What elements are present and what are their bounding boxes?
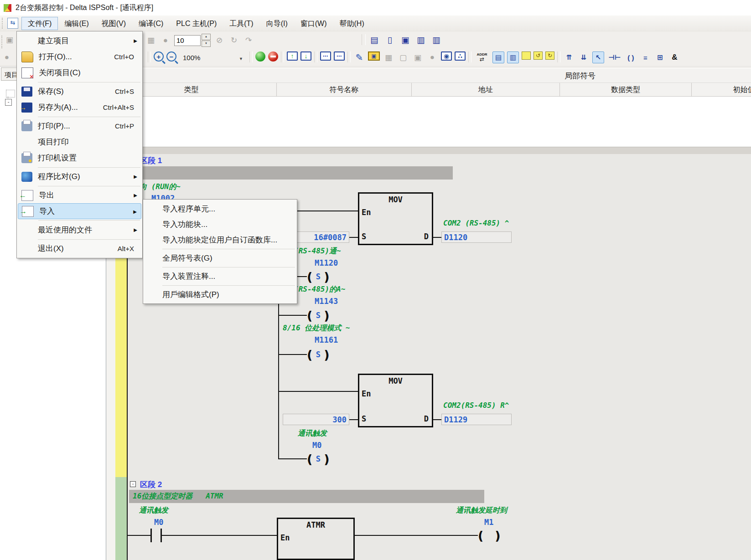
simulator-pen-icon[interactable]: ✎ xyxy=(353,51,365,63)
select-tool-icon[interactable]: ↖ xyxy=(592,51,604,63)
section2-label[interactable]: 区段 2 xyxy=(140,479,162,490)
device-histogram-filter-icon[interactable]: ▥ xyxy=(430,34,442,46)
set-coil[interactable]: S xyxy=(307,308,330,322)
position-indicator-icon[interactable]: ▯ xyxy=(384,34,396,46)
project-tree-node[interactable] xyxy=(6,90,15,98)
menu-tools[interactable]: 工具(T) xyxy=(223,17,259,30)
symbol-table-body[interactable] xyxy=(106,97,751,147)
menu-view[interactable]: 视图(V) xyxy=(95,17,132,30)
set-coil[interactable]: S xyxy=(307,270,330,283)
coil-device-label[interactable]: M0 xyxy=(312,441,321,450)
spinner-up-icon[interactable] xyxy=(202,34,211,40)
menu-item-save[interactable]: 保存(S) Ctrl+S xyxy=(18,83,141,99)
coil-device-label[interactable]: M1143 xyxy=(315,297,338,306)
zoom-out-icon[interactable]: − xyxy=(166,51,176,62)
menu-item-project-print[interactable]: 项目打印 xyxy=(18,134,141,150)
section2-collapse-icon[interactable] xyxy=(130,481,136,487)
set-coil[interactable]: S xyxy=(307,348,330,361)
submenu-item-import-program-unit[interactable]: 导入程序单元... xyxy=(143,201,297,216)
address-mode-icon[interactable]: ADDR⇄ xyxy=(474,51,490,63)
output-coil[interactable] xyxy=(478,529,501,542)
grid-view-icon[interactable]: ▦ xyxy=(383,51,394,63)
submenu-item-import-function-block[interactable]: 导入功能块... xyxy=(143,216,297,232)
comment-display-icon[interactable]: ▥ xyxy=(507,51,519,63)
tree-collapse-icon[interactable] xyxy=(5,99,12,106)
device-histogram-icon[interactable]: ▥ xyxy=(415,34,427,46)
menu-item-print[interactable]: 打印(P)... Ctrl+P xyxy=(18,118,141,134)
child-window-icon[interactable] xyxy=(7,18,18,29)
menu-item-export[interactable]: 导出 xyxy=(18,187,141,203)
transfer-icon[interactable]: ↷ xyxy=(243,35,254,46)
network-station-icon[interactable]: ∴ xyxy=(455,51,466,61)
network1-comment-bar[interactable] xyxy=(129,166,453,180)
coil-device-label[interactable]: M1 xyxy=(484,518,493,527)
toolbar-drag-handle[interactable] xyxy=(2,18,5,29)
contact-bar[interactable] xyxy=(150,529,152,542)
contact-tool-icon[interactable]: ⊣⊢ xyxy=(607,51,622,63)
menu-edit[interactable]: 编辑(E) xyxy=(58,17,95,30)
online-monitor-icon[interactable]: ⋯ xyxy=(320,51,331,61)
menu-item-exit[interactable]: 退出(X) Alt+X xyxy=(18,241,141,257)
project-settings-icon[interactable]: ▦ xyxy=(145,35,157,46)
menu-item-printer-setup[interactable]: 打印机设置 xyxy=(18,150,141,166)
symbol-column-header[interactable]: 符号名称 xyxy=(277,83,412,97)
mov-block-2[interactable]: MOV En S D xyxy=(358,374,433,427)
spinner-down-icon[interactable] xyxy=(202,41,211,47)
menu-item-import[interactable]: 导入 xyxy=(18,203,141,219)
instruction-tool-icon[interactable]: ≡ xyxy=(639,51,651,63)
refresh-icon[interactable]: ↻ xyxy=(228,35,240,46)
compile-ball-icon[interactable]: ● xyxy=(1,51,13,63)
coil-tool-icon[interactable]: ( ) xyxy=(625,51,637,63)
menu-file[interactable]: 文件(F) xyxy=(21,17,58,30)
network-globe-icon[interactable]: ● xyxy=(160,35,171,46)
mov-block-1[interactable]: MOV En S D xyxy=(358,192,433,245)
menu-item-save-as[interactable]: 另存为(A)... Ctrl+Alt+S xyxy=(18,99,141,115)
monitor-sync-icon[interactable]: ▣ xyxy=(412,51,424,63)
bookmark-prev-icon[interactable]: ↺ xyxy=(533,51,543,60)
menu-item-new-project[interactable]: 建立项目 xyxy=(18,33,141,49)
menu-window[interactable]: 窗口(W) xyxy=(294,17,333,30)
contact-device-label[interactable]: M0 xyxy=(154,518,163,527)
coil-device-label[interactable]: M1161 xyxy=(315,335,338,344)
menu-compile[interactable]: 编译(C) xyxy=(132,17,170,30)
bookmark-next-icon[interactable]: ↻ xyxy=(545,51,554,60)
menu-item-open[interactable]: 打开(O)... Ctrl+O xyxy=(18,49,141,65)
submenu-item-import-device-comment[interactable]: 导入装置注释... xyxy=(143,268,297,284)
menu-item-recent-files[interactable]: 最近使用的文件 xyxy=(18,222,141,238)
stop-online-icon[interactable] xyxy=(268,51,278,62)
network-up-icon[interactable]: ⇈ xyxy=(563,51,575,63)
online-edit-icon[interactable]: ▣ xyxy=(368,51,380,61)
atmr-block[interactable]: ATMR En xyxy=(277,518,355,560)
zoom-level-combo[interactable]: 100% xyxy=(179,51,247,63)
retain-monitor-icon[interactable]: ◉ xyxy=(441,51,452,61)
display-snapshot-icon[interactable]: ▣ xyxy=(399,34,411,46)
download-to-plc-icon[interactable]: ↓ xyxy=(300,51,311,61)
ampersand-tool-icon[interactable]: & xyxy=(668,51,680,63)
mov2-dest-operand[interactable]: D1129 xyxy=(441,414,512,425)
mov2-source-operand[interactable]: 300 xyxy=(283,414,349,425)
zoom-in-icon[interactable]: + xyxy=(154,51,164,62)
menu-wizard[interactable]: 向导(I) xyxy=(260,17,294,30)
menu-item-program-compare[interactable]: 程序比对(G) xyxy=(18,169,141,185)
network2-comment-bar[interactable]: 16位接点型定时器 ATMR xyxy=(129,490,484,503)
device-monitor-table-icon[interactable]: ▤ xyxy=(368,34,380,46)
menu-item-close-project[interactable]: 关闭项目(C) xyxy=(18,65,141,81)
monitor-view-icon[interactable]: ▢ xyxy=(397,51,409,63)
mov1-dest-operand[interactable]: D1120 xyxy=(441,231,512,243)
coil-device-label[interactable]: M1120 xyxy=(315,258,338,267)
bookmark-add-icon[interactable] xyxy=(522,51,531,60)
bulb-icon[interactable]: ● xyxy=(426,51,438,63)
steps-input[interactable] xyxy=(174,35,201,46)
submenu-item-global-symbol-table[interactable]: 全局符号表(G) xyxy=(143,250,297,266)
network-down-icon[interactable]: ⇊ xyxy=(578,51,590,63)
stop-compile-icon[interactable]: ⊘ xyxy=(213,35,225,46)
set-coil[interactable]: S xyxy=(307,452,330,466)
new-file-icon[interactable]: ▣ xyxy=(4,34,16,46)
symbol-column-header[interactable]: 地址 xyxy=(412,83,560,97)
symbol-table-window-icon[interactable]: ▤ xyxy=(492,51,504,63)
submenu-item-import-fb-user-library[interactable]: 导入功能块定位用户自订函数库... xyxy=(143,232,297,247)
run-online-icon[interactable] xyxy=(255,51,265,62)
menu-plc[interactable]: PLC 主机(P) xyxy=(170,17,223,30)
submenu-item-user-edit-format[interactable]: 用戶编辑格式(P) xyxy=(143,287,297,302)
symbol-column-header[interactable]: 数据类型 xyxy=(560,83,692,97)
